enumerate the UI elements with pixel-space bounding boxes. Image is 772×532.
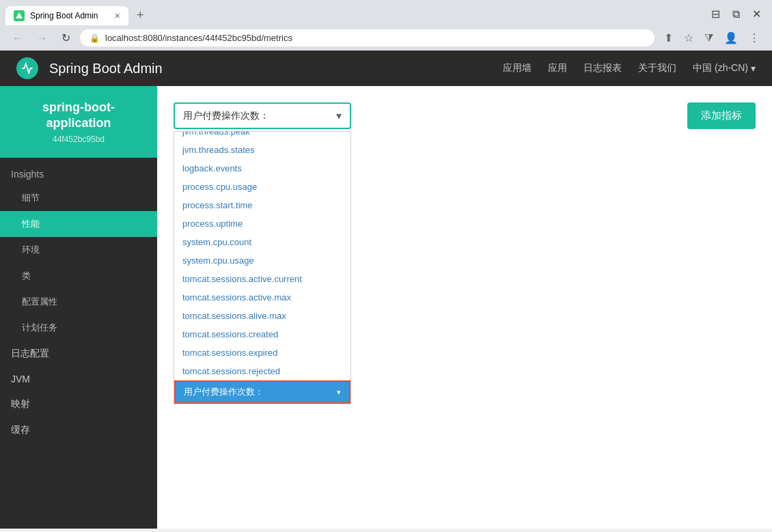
instance-id: 44f452bc95bd	[11, 135, 146, 144]
dropdown-item[interactable]: tomcat.sessions.expired	[174, 344, 350, 362]
tab-favicon	[14, 10, 25, 21]
url-text: localhost:8080/instances/44f452bc95bd/me…	[105, 33, 292, 43]
forward-button[interactable]: →	[33, 31, 52, 46]
header-nav: 应用墙 应用 日志报表 关于我们 中国 (zh-CN) ▾	[503, 62, 756, 74]
share-button[interactable]: ⬆	[660, 30, 677, 46]
dropdown-item[interactable]: tomcat.sessions.active.current	[174, 270, 350, 288]
sidebar-item-log-config[interactable]: 日志配置	[0, 341, 157, 367]
main-content: 用户付费操作次数： ▾ jvm.memory.committedjvm.memo…	[157, 86, 772, 529]
metric-select-arrow-icon: ▾	[336, 109, 342, 122]
nav-log-report[interactable]: 日志报表	[583, 62, 622, 74]
secure-icon: 🔒	[89, 33, 100, 43]
app-instance-header: spring-boot-application 44f452bc95bd	[0, 86, 157, 158]
metric-select-row: 用户付费操作次数： ▾ jvm.memory.committedjvm.memo…	[174, 102, 756, 129]
refresh-button[interactable]: ↻	[57, 30, 74, 46]
nav-app[interactable]: 应用	[548, 62, 567, 74]
app-container: Spring Boot Admin 应用墙 应用 日志报表 关于我们 中国 (z…	[0, 51, 772, 529]
back-button[interactable]: ←	[8, 31, 27, 46]
dropdown-item[interactable]: jvm.threads.states	[174, 141, 350, 159]
url-box[interactable]: 🔒 localhost:8080/instances/44f452bc95bd/…	[80, 29, 654, 46]
app-logo	[16, 57, 38, 79]
dropdown-item[interactable]: tomcat.sessions.active.max	[174, 288, 350, 307]
dropdown-item[interactable]: tomcat.sessions.rejected	[174, 362, 350, 380]
metric-select-box[interactable]: 用户付费操作次数： ▾	[174, 102, 351, 129]
lang-arrow: ▾	[751, 63, 756, 74]
dropdown-item[interactable]: tomcat.sessions.created	[174, 325, 350, 344]
dropdown-item[interactable]: process.start.time	[174, 196, 350, 214]
new-tab-button[interactable]: +	[131, 5, 150, 25]
dropdown-item[interactable]: logback.events	[174, 159, 350, 178]
dropdown-item[interactable]: tomcat.sessions.alive.max	[174, 307, 350, 325]
dropdown-item[interactable]: process.cpu.usage	[174, 178, 350, 196]
dropdown-item[interactable]: system.cpu.usage	[174, 251, 350, 270]
window-minimize-button[interactable]: ⊟	[706, 6, 726, 22]
dropdown-item[interactable]: jvm.threads.peak	[174, 131, 350, 141]
add-metric-button[interactable]: 添加指标	[687, 102, 756, 129]
instance-name: spring-boot-application	[11, 100, 146, 132]
nav-about[interactable]: 关于我们	[638, 62, 676, 74]
sidebar-item-cache[interactable]: 缓存	[0, 417, 157, 443]
sidebar-item-config-props[interactable]: 配置属性	[0, 289, 157, 315]
lang-label: 中国 (zh-CN)	[693, 62, 748, 74]
sidebar-item-environment[interactable]: 环境	[0, 237, 157, 263]
app-title: Spring Boot Admin	[49, 61, 163, 76]
window-restore-button[interactable]: ⧉	[727, 7, 745, 22]
menu-button[interactable]: ⋮	[745, 30, 764, 46]
extensions-button[interactable]: ⧩	[700, 30, 717, 46]
active-tab[interactable]: Spring Boot Admin ×	[5, 6, 128, 25]
dropdown-list[interactable]: jvm.memory.committedjvm.memory.maxjvm.me…	[174, 131, 351, 404]
metric-select-text: 用户付费操作次数：	[183, 110, 269, 122]
sidebar: spring-boot-application 44f452bc95bd Ins…	[0, 86, 157, 529]
tab-title: Spring Boot Admin	[30, 11, 109, 20]
sidebar-item-classes[interactable]: 类	[0, 263, 157, 289]
app-body: spring-boot-application 44f452bc95bd Ins…	[0, 86, 772, 529]
address-bar-actions: ⬆ ☆ ⧩ 👤 ⋮	[660, 30, 764, 46]
app-header: Spring Boot Admin 应用墙 应用 日志报表 关于我们 中国 (z…	[0, 51, 772, 86]
sidebar-item-performance[interactable]: 性能	[0, 211, 157, 237]
sidebar-item-details[interactable]: 细节	[0, 185, 157, 211]
window-controls: ⊟ ⧉ ✕	[706, 6, 767, 25]
profile-button[interactable]: 👤	[720, 30, 742, 46]
dropdown-item[interactable]: system.cpu.count	[174, 233, 350, 251]
sidebar-item-scheduled-tasks[interactable]: 计划任务	[0, 315, 157, 341]
nav-app-wall[interactable]: 应用墙	[503, 62, 532, 74]
dropdown-item[interactable]: 用户付费操作次数：▾	[174, 380, 350, 404]
dropdown-selected-arrow-icon: ▾	[337, 388, 341, 397]
sidebar-item-jvm[interactable]: JVM	[0, 367, 157, 391]
bookmark-button[interactable]: ☆	[680, 30, 698, 46]
window-close-button[interactable]: ✕	[747, 6, 767, 22]
metric-select-wrapper: 用户付费操作次数： ▾ jvm.memory.committedjvm.memo…	[174, 102, 351, 129]
address-bar: ← → ↻ 🔒 localhost:8080/instances/44f452b…	[0, 25, 772, 51]
language-selector[interactable]: 中国 (zh-CN) ▾	[693, 62, 756, 74]
tab-bar: Spring Boot Admin × + ⊟ ⧉ ✕	[0, 0, 772, 25]
sidebar-item-mappings[interactable]: 映射	[0, 391, 157, 417]
dropdown-item[interactable]: process.uptime	[174, 214, 350, 233]
tab-close-button[interactable]: ×	[115, 10, 120, 21]
insights-section-label: Insights	[0, 158, 157, 185]
